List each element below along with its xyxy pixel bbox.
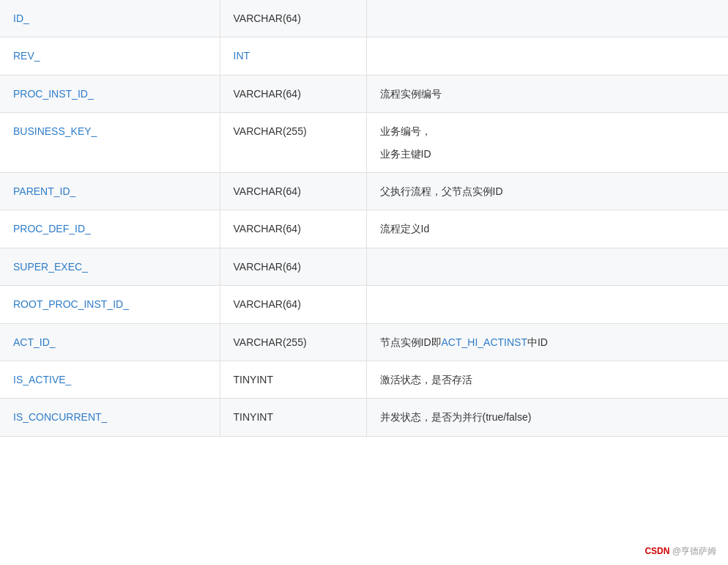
column-description	[366, 37, 728, 75]
column-description	[366, 0, 728, 37]
column-description: 流程实例编号	[366, 75, 728, 112]
column-name: ACT_ID_	[0, 323, 220, 361]
column-name: IS_CONCURRENT_	[0, 399, 220, 436]
database-table: ID_VARCHAR(64)REV_INTPROC_INST_ID_VARCHA…	[0, 0, 728, 437]
column-type: INT	[220, 37, 366, 75]
column-description	[366, 248, 728, 285]
column-description	[366, 286, 728, 323]
column-type: VARCHAR(64)	[220, 75, 366, 112]
table-row: SUPER_EXEC_VARCHAR(64)	[0, 248, 728, 285]
schema-table: ID_VARCHAR(64)REV_INTPROC_INST_ID_VARCHA…	[0, 0, 728, 437]
column-name: PARENT_ID_	[0, 172, 220, 210]
table-row: ROOT_PROC_INST_ID_VARCHAR(64)	[0, 286, 728, 323]
column-description: 并发状态，是否为并行(true/false)	[366, 399, 728, 436]
column-type: VARCHAR(255)	[220, 323, 366, 361]
column-name: PROC_DEF_ID_	[0, 210, 220, 248]
column-name: ID_	[0, 0, 220, 37]
table-row: REV_INT	[0, 37, 728, 75]
column-name: SUPER_EXEC_	[0, 248, 220, 285]
column-description: 节点实例ID即ACT_HI_ACTINST中ID	[366, 323, 728, 361]
column-description: 流程定义Id	[366, 210, 728, 248]
column-name: ROOT_PROC_INST_ID_	[0, 286, 220, 323]
table-row: PROC_INST_ID_VARCHAR(64)流程实例编号	[0, 75, 728, 112]
column-type: VARCHAR(255)	[220, 113, 366, 173]
column-type: TINYINT	[220, 399, 366, 436]
column-type: VARCHAR(64)	[220, 286, 366, 323]
table-row: ID_VARCHAR(64)	[0, 0, 728, 37]
table-row: PROC_DEF_ID_VARCHAR(64)流程定义Id	[0, 210, 728, 248]
column-name: IS_ACTIVE_	[0, 361, 220, 398]
column-type: VARCHAR(64)	[220, 0, 366, 37]
column-description: 激活状态，是否存活	[366, 361, 728, 398]
column-type: VARCHAR(64)	[220, 210, 366, 248]
table-row: PARENT_ID_VARCHAR(64)父执行流程，父节点实例ID	[0, 172, 728, 210]
table-row: IS_CONCURRENT_TINYINT并发状态，是否为并行(true/fal…	[0, 399, 728, 436]
column-name: BUSINESS_KEY_	[0, 113, 220, 173]
table-row: IS_ACTIVE_TINYINT激活状态，是否存活	[0, 361, 728, 398]
table-row: BUSINESS_KEY_VARCHAR(255)业务编号，业务主键ID	[0, 113, 728, 173]
column-name: PROC_INST_ID_	[0, 75, 220, 112]
column-description: 父执行流程，父节点实例ID	[366, 172, 728, 210]
column-type: VARCHAR(64)	[220, 248, 366, 285]
column-type: TINYINT	[220, 361, 366, 398]
table-row: ACT_ID_VARCHAR(255)节点实例ID即ACT_HI_ACTINST…	[0, 323, 728, 361]
column-type: VARCHAR(64)	[220, 172, 366, 210]
column-description: 业务编号，业务主键ID	[366, 113, 728, 173]
column-name: REV_	[0, 37, 220, 75]
